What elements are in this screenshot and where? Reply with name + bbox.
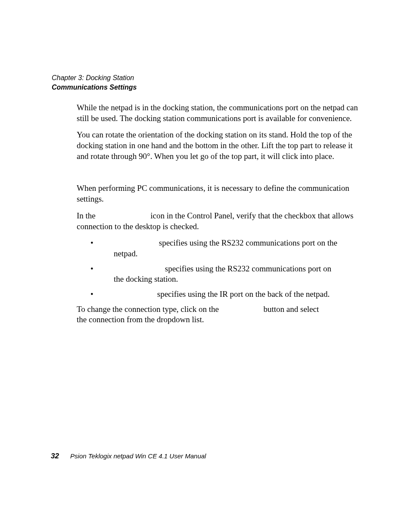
p4-tail: icon in the Control Panel, verify that t… [77, 211, 353, 231]
paragraph-5: To change the connection type, click on … [77, 304, 327, 325]
paragraph-4: In the icon in the Control Panel, verify… [77, 211, 362, 232]
bullet-text-1: specifies using the RS232 communications… [114, 238, 337, 258]
list-item: specifies using the RS232 communications… [101, 264, 338, 285]
paragraph-2: You can rotate the orientation of the do… [77, 130, 362, 162]
page: Chapter 3: Docking Station Communication… [0, 0, 411, 532]
bullet-text-3: specifies using the IR port on the back … [157, 289, 330, 299]
body-text: While the netpad is in the docking stati… [77, 103, 362, 331]
footer: 32 Psion Teklogix netpad Win CE 4.1 User… [51, 452, 206, 460]
bullet-list: specifies using the RS232 communications… [77, 238, 362, 299]
list-item: specifies using the RS232 communications… [101, 238, 338, 259]
header-section: Communications Settings [52, 83, 137, 92]
running-header: Chapter 3: Docking Station Communication… [52, 73, 137, 92]
p4-lead: In the [77, 211, 96, 220]
header-chapter: Chapter 3: Docking Station [52, 73, 137, 83]
p5-lead: To change the connection type, click on … [77, 305, 219, 314]
paragraph-3: When performing PC communications, it is… [77, 183, 362, 204]
footer-title: Psion Teklogix netpad Win CE 4.1 User Ma… [70, 452, 206, 460]
list-item: specifies using the IR port on the back … [101, 289, 338, 300]
paragraph-1: While the netpad is in the docking stati… [77, 103, 362, 124]
bullet-text-2: specifies using the RS232 communications… [114, 264, 331, 284]
page-number: 32 [51, 452, 59, 460]
